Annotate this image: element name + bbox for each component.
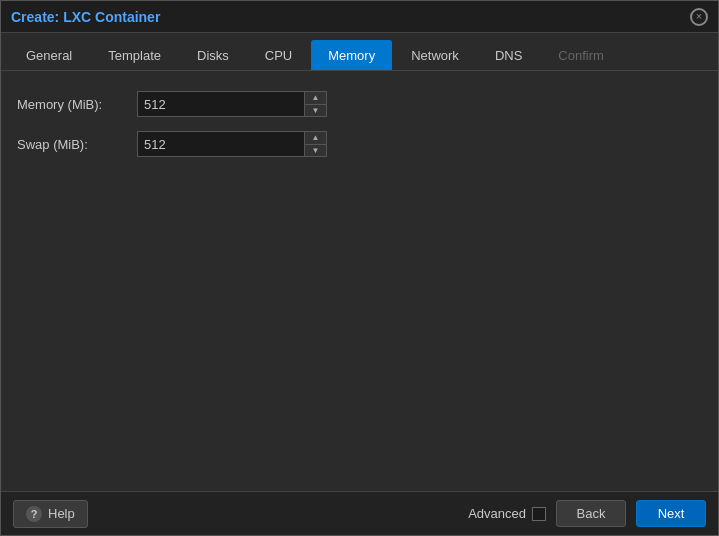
swap-row: Swap (MiB): ▲ ▼ xyxy=(17,131,702,157)
help-button[interactable]: ? Help xyxy=(13,500,88,528)
window-title: Create: LXC Container xyxy=(11,9,160,25)
memory-input[interactable] xyxy=(137,91,327,117)
main-window: Create: LXC Container × General Template… xyxy=(0,0,719,536)
content-area: Memory (MiB): ▲ ▼ Swap (MiB): ▲ ▼ xyxy=(1,71,718,491)
memory-increment-button[interactable]: ▲ xyxy=(305,92,326,104)
memory-decrement-button[interactable]: ▼ xyxy=(305,104,326,117)
next-button[interactable]: Next xyxy=(636,500,706,527)
tab-disks[interactable]: Disks xyxy=(180,40,246,70)
help-icon: ? xyxy=(26,506,42,522)
tab-memory[interactable]: Memory xyxy=(311,40,392,70)
memory-spin-buttons: ▲ ▼ xyxy=(304,92,326,116)
swap-input[interactable] xyxy=(137,131,327,157)
swap-spin-buttons: ▲ ▼ xyxy=(304,132,326,156)
swap-spinbox-container: ▲ ▼ xyxy=(137,131,327,157)
memory-spinbox-container: ▲ ▼ xyxy=(137,91,327,117)
help-label: Help xyxy=(48,506,75,521)
swap-label: Swap (MiB): xyxy=(17,137,137,152)
tab-bar: General Template Disks CPU Memory Networ… xyxy=(1,33,718,71)
title-bar: Create: LXC Container × xyxy=(1,1,718,33)
footer-left: ? Help xyxy=(13,500,88,528)
advanced-checkbox[interactable] xyxy=(532,507,546,521)
tab-general[interactable]: General xyxy=(9,40,89,70)
tab-cpu[interactable]: CPU xyxy=(248,40,309,70)
footer: ? Help Advanced Back Next xyxy=(1,491,718,535)
swap-decrement-button[interactable]: ▼ xyxy=(305,144,326,157)
advanced-label-container[interactable]: Advanced xyxy=(468,506,546,521)
footer-right: Advanced Back Next xyxy=(468,500,706,527)
swap-increment-button[interactable]: ▲ xyxy=(305,132,326,144)
memory-row: Memory (MiB): ▲ ▼ xyxy=(17,91,702,117)
back-button[interactable]: Back xyxy=(556,500,626,527)
tab-network[interactable]: Network xyxy=(394,40,476,70)
close-button[interactable]: × xyxy=(690,8,708,26)
tab-confirm: Confirm xyxy=(541,40,621,70)
tab-template[interactable]: Template xyxy=(91,40,178,70)
tab-dns[interactable]: DNS xyxy=(478,40,539,70)
memory-label: Memory (MiB): xyxy=(17,97,137,112)
advanced-text: Advanced xyxy=(468,506,526,521)
